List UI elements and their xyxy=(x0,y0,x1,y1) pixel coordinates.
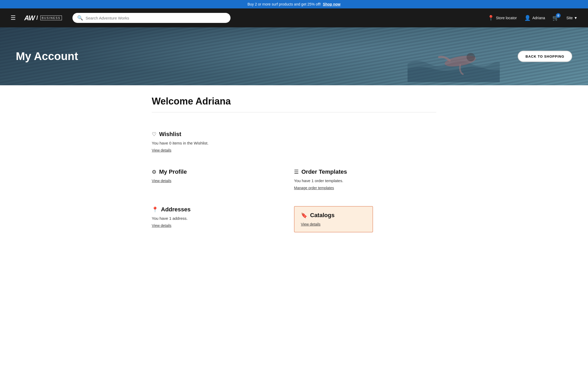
search-bar: 🔍 xyxy=(72,13,231,23)
search-icon: 🔍 xyxy=(77,15,83,21)
promo-text: Buy 2 or more surf products and get 25% … xyxy=(247,2,321,6)
addresses-title: Addresses xyxy=(161,206,191,213)
catalogs-header: 🔖 Catalogs xyxy=(301,212,366,219)
my-profile-title: My Profile xyxy=(159,168,187,175)
catalogs-view-details-link[interactable]: View details xyxy=(301,222,320,226)
catalogs-icon: 🔖 xyxy=(301,212,307,218)
welcome-heading: Welcome Adriana xyxy=(152,96,436,107)
my-profile-section: ⚙ My Profile View details xyxy=(152,161,294,198)
nav-actions: 📍 Store locator 👤 Adriana 🛒 0 Site ▼ xyxy=(488,15,577,21)
search-input[interactable] xyxy=(86,16,226,20)
wishlist-desc: You have 0 items in the Wishlist. xyxy=(152,141,436,145)
logo[interactable]: AW / BUSINESS xyxy=(24,14,62,22)
store-locator-link[interactable]: 📍 Store locator xyxy=(488,15,517,21)
logo-aw: AW xyxy=(24,14,35,22)
hero-banner: My Account BACK TO SHOPPING xyxy=(0,27,588,85)
wishlist-section: ♡ Wishlist You have 0 items in the Wishl… xyxy=(152,123,436,161)
chevron-down-icon: ▼ xyxy=(574,16,577,20)
addresses-header: 📍 Addresses xyxy=(152,206,294,213)
promo-link[interactable]: Shop now xyxy=(323,2,341,6)
addresses-view-details-link[interactable]: View details xyxy=(152,223,171,228)
cart-badge: 0 xyxy=(556,13,561,18)
order-templates-section: ☰ Order Templates You have 1 order templ… xyxy=(294,161,436,198)
manage-order-templates-link[interactable]: Manage order templates xyxy=(294,186,334,190)
address-icon: 📍 xyxy=(152,206,158,213)
navbar: ☰ AW / BUSINESS 🔍 📍 Store locator 👤 Adri… xyxy=(0,8,588,27)
cart-wrapper: 🛒 0 xyxy=(552,15,559,21)
wishlist-header: ♡ Wishlist xyxy=(152,131,436,138)
location-icon: 📍 xyxy=(488,15,494,21)
hamburger-icon[interactable]: ☰ xyxy=(11,14,16,21)
catalogs-section: 🔖 Catalogs View details xyxy=(294,198,436,240)
back-to-shopping-button[interactable]: BACK TO SHOPPING xyxy=(518,51,572,62)
user-account-link[interactable]: 👤 Adriana xyxy=(524,15,545,21)
logo-business: BUSINESS xyxy=(40,16,62,20)
hero-content: My Account xyxy=(0,50,94,63)
order-templates-desc: You have 1 order templates. xyxy=(294,178,436,183)
catalogs-title: Catalogs xyxy=(310,212,335,219)
promo-banner: Buy 2 or more surf products and get 25% … xyxy=(0,0,588,8)
hero-swimmer-image xyxy=(408,32,500,82)
store-locator-label: Store locator xyxy=(496,16,517,20)
profile-icon: ⚙ xyxy=(152,169,156,175)
my-profile-header: ⚙ My Profile xyxy=(152,168,294,175)
page-title: My Account xyxy=(16,50,78,63)
divider xyxy=(152,112,436,112)
catalogs-box: 🔖 Catalogs View details xyxy=(294,206,373,232)
site-label: Site xyxy=(566,16,573,20)
account-sections-grid: ⚙ My Profile View details ☰ Order Templa… xyxy=(152,161,436,240)
user-icon: 👤 xyxy=(524,15,531,21)
svg-point-1 xyxy=(467,53,475,61)
order-templates-title: Order Templates xyxy=(301,168,347,175)
wishlist-icon: ♡ xyxy=(152,131,156,137)
wishlist-title: Wishlist xyxy=(159,131,181,138)
addresses-section: 📍 Addresses You have 1 address. View det… xyxy=(152,198,294,240)
site-dropdown[interactable]: Site ▼ xyxy=(566,16,577,20)
wishlist-view-details-link[interactable]: View details xyxy=(152,148,171,152)
main-content: Welcome Adriana ♡ Wishlist You have 0 it… xyxy=(136,85,452,251)
logo-slash: / xyxy=(36,14,38,21)
addresses-desc: You have 1 address. xyxy=(152,216,294,221)
user-name: Adriana xyxy=(532,16,545,20)
order-templates-icon: ☰ xyxy=(294,169,299,175)
order-templates-header: ☰ Order Templates xyxy=(294,168,436,175)
my-profile-view-details-link[interactable]: View details xyxy=(152,179,171,183)
